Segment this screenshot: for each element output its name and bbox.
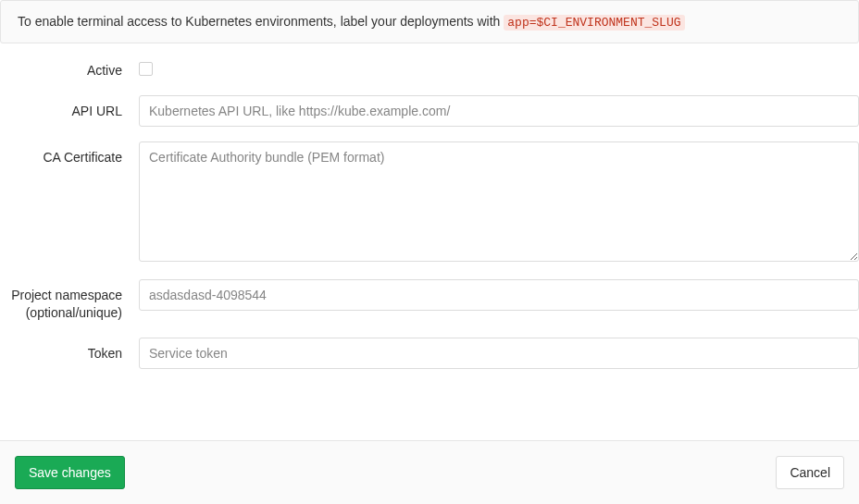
active-field-wrapper [139,60,859,79]
form-row-api-url: API URL [0,95,859,127]
save-button[interactable]: Save changes [15,456,125,489]
info-banner-code: app=$CI_ENVIRONMENT_SLUG [504,15,684,31]
ca-certificate-textarea[interactable] [139,141,859,262]
token-label: Token [0,338,139,363]
api-url-input[interactable] [139,95,859,127]
form-row-project-namespace: Project namespace (optional/unique) [0,279,859,323]
form-row-ca-certificate: CA Certificate [0,141,859,264]
api-url-field-wrapper [139,95,859,127]
project-namespace-input[interactable] [139,279,859,311]
ca-certificate-label: CA Certificate [0,141,139,167]
form-row-token: Token [0,338,859,369]
info-banner: To enable terminal access to Kubernetes … [0,0,859,43]
project-namespace-field-wrapper [139,279,859,311]
footer-bar: Save changes Cancel [0,440,859,504]
active-checkbox[interactable] [139,62,153,76]
token-input[interactable] [139,338,859,369]
token-field-wrapper [139,338,859,369]
active-label: Active [0,60,139,80]
project-namespace-label: Project namespace (optional/unique) [0,279,139,323]
form-row-active: Active [0,60,859,80]
api-url-label: API URL [0,95,139,121]
ca-certificate-field-wrapper [139,141,859,264]
kubernetes-form: Active API URL CA Certificate Project na… [0,60,859,369]
info-banner-text: To enable terminal access to Kubernetes … [18,14,504,29]
cancel-button[interactable]: Cancel [776,456,844,489]
